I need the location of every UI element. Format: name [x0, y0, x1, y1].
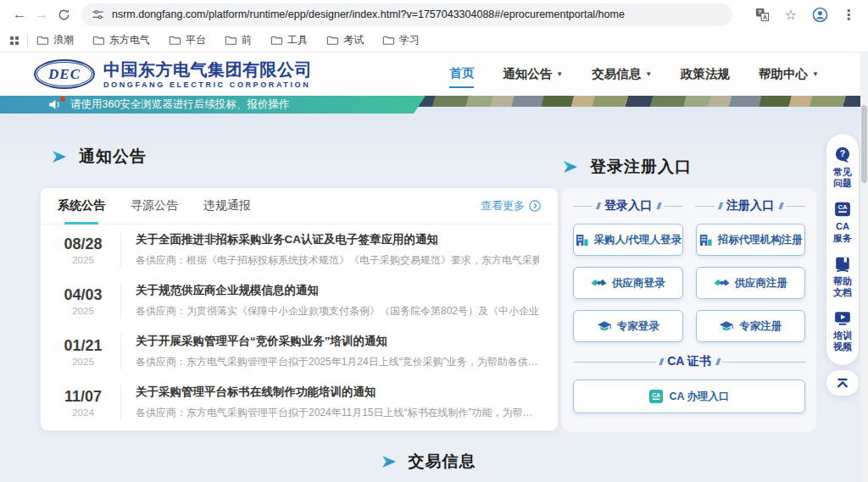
notice-row[interactable]: 08/282025 关于全面推进非招标采购业务CA认证及电子签章应用的通知各供应… [41, 224, 558, 275]
section-arrow-icon [562, 158, 579, 175]
supplier-register-button[interactable]: 供应商注册 [696, 267, 806, 299]
reload-icon [58, 8, 70, 21]
site-settings-icon [92, 8, 104, 21]
chevron-right-circle-icon [529, 200, 541, 212]
tab-sourcing-notices[interactable]: 寻源公告 [131, 188, 178, 224]
brand-logo[interactable]: DEC 中国东方电气集团有限公司 DONGFANG ELECTRIC CORPO… [34, 59, 312, 89]
nav-help-center[interactable]: 帮助中心 [759, 61, 819, 87]
notice-row[interactable]: 01/212025 关于开展采购管理平台“竞价采购业务”培训的通知各供应商：东方… [41, 326, 558, 377]
purchaser-login-button[interactable]: 采购人/代理人登录 [573, 224, 683, 256]
expert-login-button[interactable]: 专家登录 [573, 310, 683, 342]
notice-summary: 各供应商：东方电气采购管理平台拟于2025年1月24日上线“竞价采购”业务，为帮… [136, 355, 539, 369]
bookmarks-bar: 浪潮 东方电气 平台 前 工具 考试 学习 [0, 29, 868, 52]
company-name-cn: 中国东方电气集团有限公司 [103, 60, 312, 79]
url-row: ← → nsrm.dongfang.com/platform/runtime/e… [0, 0, 868, 29]
reload-button[interactable] [53, 3, 75, 25]
notice-title: 关于采购管理平台标书在线制作功能培训的通知 [136, 385, 539, 400]
notification-dot [60, 97, 65, 102]
folder-icon [326, 35, 338, 46]
bookmark-qian[interactable]: 前 [225, 33, 252, 47]
bookmark-dongfang[interactable]: 东方电气 [92, 33, 150, 47]
notices-section-title: 通知公告 [79, 146, 147, 168]
notice-year: 2025 [56, 357, 110, 367]
bookmark-langchao[interactable]: 浪潮 [36, 33, 74, 47]
notice-year: 2024 [56, 407, 110, 418]
supplier-login-button[interactable]: 供应商登录 [573, 267, 683, 299]
video-icon [834, 310, 851, 327]
notice-row[interactable]: 11/072024 关于采购管理平台标书在线制作功能培训的通知各供应商：东方电气… [41, 377, 558, 428]
faq-item[interactable]: ? 常见问题 [826, 141, 859, 196]
ca-group-header: // CA 证书 // [573, 354, 805, 369]
book-icon [834, 256, 851, 273]
notice-date: 08/28 [56, 235, 110, 253]
handshake-icon [714, 277, 730, 289]
back-button[interactable]: ← [8, 3, 31, 25]
bookmark-pingtai[interactable]: 平台 [169, 33, 206, 47]
folder-icon [92, 35, 104, 46]
quick-sidebar: ? 常见问题 CA CA 服务 帮助文档 培训视频 [826, 134, 859, 365]
apps-grid-icon[interactable] [10, 36, 19, 45]
nav-notices[interactable]: 通知公告 [503, 61, 563, 87]
login-group-header: // 登录入口 // [573, 198, 683, 213]
bookmark-gongju[interactable]: 工具 [270, 33, 308, 47]
notices-tabs: 系统公告 寻源公告 违规通报 查看更多 [41, 188, 558, 224]
expert-register-button[interactable]: 专家注册 [696, 310, 806, 342]
folder-icon [36, 35, 48, 46]
question-bubble-icon: ? [834, 147, 851, 163]
bookmark-kaoshi[interactable]: 考试 [326, 33, 364, 47]
scroll-top-icon [836, 378, 849, 389]
tab-violation-reports[interactable]: 违规通报 [203, 188, 251, 224]
site-header: DEC 中国东方电气集团有限公司 DONGFANG ELECTRIC CORPO… [0, 53, 868, 96]
section-arrow-icon [51, 148, 68, 165]
notice-year: 2025 [56, 255, 110, 265]
graduation-cap-icon [719, 320, 734, 333]
help-docs-item[interactable]: 帮助文档 [826, 251, 859, 305]
notices-section-header: 通知公告 [51, 146, 147, 168]
profile-avatar[interactable] [809, 7, 831, 23]
training-videos-item[interactable]: 培训视频 [826, 305, 859, 359]
company-name-en: DONGFANG ELECTRIC CORPORATION [103, 80, 312, 89]
tab-system-notices[interactable]: 系统公告 [58, 188, 105, 224]
scrollbar-track[interactable] [860, 53, 868, 482]
notice-summary: 各供应商：为贯彻落实《保障中小企业款项支付条例》（国务院令第802号）及《中小企… [136, 304, 539, 319]
nav-home[interactable]: 首页 [449, 60, 474, 88]
bookmark-star-icon[interactable]: ☆ [780, 7, 802, 23]
url-bar[interactable]: nsrm.dongfang.com/platform/runtime/epp/d… [81, 3, 732, 26]
bookmark-xuexi[interactable]: 学习 [382, 33, 420, 47]
back-to-top-button[interactable] [826, 370, 859, 396]
forward-button[interactable]: → [31, 3, 53, 25]
notice-year: 2025 [56, 306, 110, 316]
browser-menu-icon[interactable]: ⋮ [837, 7, 860, 23]
dec-logo: DEC [34, 59, 95, 89]
trade-section-header: 交易信息 [0, 451, 856, 473]
notice-date: 01/21 [56, 337, 110, 355]
notice-date: 11/07 [56, 388, 110, 406]
ca-service-item[interactable]: CA CA 服务 [826, 196, 859, 250]
notice-row[interactable]: 04/032025 关于规范供应商企业规模信息的通知各供应商：为贯彻落实《保障中… [41, 275, 558, 326]
ca-apply-button[interactable]: CA CA 办理入口 [573, 380, 805, 413]
notice-title: 关于全面推进非招标采购业务CA认证及电子签章应用的通知 [136, 232, 539, 247]
notice-summary: 各供应商：根据《电子招标投标系统技术规范》《电子采购交易规范》要求，东方电气采购… [136, 253, 539, 268]
notice-date: 04/03 [56, 286, 110, 304]
register-group-header: // 注册入口 // [695, 198, 805, 213]
view-more-link[interactable]: 查看更多 [481, 198, 541, 213]
nav-policies[interactable]: 政策法规 [681, 61, 730, 87]
building-icon [698, 233, 713, 247]
url-text: nsrm.dongfang.com/platform/runtime/epp/d… [112, 8, 625, 20]
section-arrow-icon [381, 453, 398, 470]
divider [27, 35, 28, 47]
nav-trade-info[interactable]: 交易信息 [592, 61, 652, 87]
graduation-cap-icon [597, 320, 612, 333]
entry-section-title: 登录注册入口 [590, 156, 692, 178]
scrollbar-thumb[interactable] [861, 105, 867, 183]
notices-card: 系统公告 寻源公告 违规通报 查看更多 08/282025 关于全面推进非招标采… [41, 188, 558, 430]
folder-icon [225, 35, 236, 46]
translate-icon[interactable] [751, 8, 773, 22]
entry-panel: // 登录入口 // // 注册入口 // 采购人/代理人登录 招标代理机构注册… [562, 188, 816, 432]
folder-icon [270, 35, 282, 46]
notice-title: 关于规范供应商企业规模信息的通知 [136, 283, 539, 298]
handshake-icon [591, 277, 607, 289]
agency-register-button[interactable]: 招标代理机构注册 [696, 224, 806, 256]
notice-title: 关于开展采购管理平台“竞价采购业务”培训的通知 [136, 334, 539, 349]
svg-text:CA: CA [837, 203, 848, 211]
